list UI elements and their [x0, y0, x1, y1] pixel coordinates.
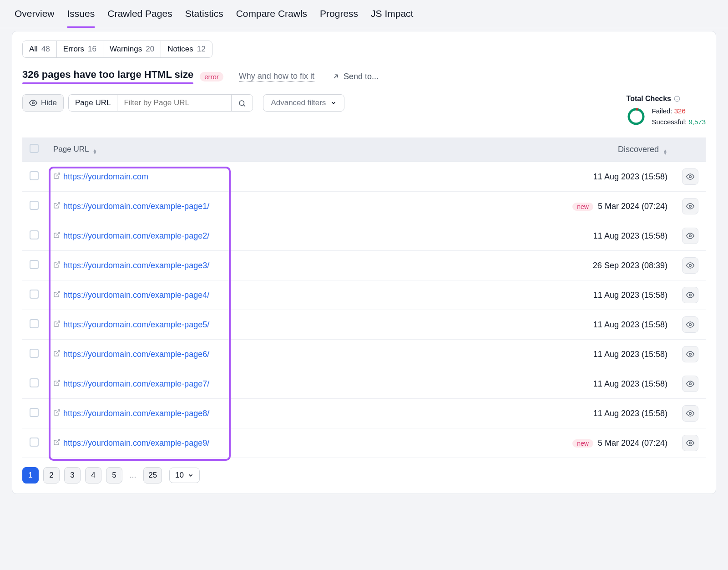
svg-point-0: [32, 102, 35, 104]
external-link-icon[interactable]: [53, 438, 61, 446]
page-url-link[interactable]: https://yourdomain.com/example-page6/: [63, 350, 209, 359]
hide-button[interactable]: Hide: [22, 94, 64, 112]
external-link-icon[interactable]: [53, 202, 61, 209]
page-url-link[interactable]: https://yourdomain.com/example-page4/: [63, 290, 209, 300]
new-badge: new: [572, 203, 593, 211]
svg-point-13: [689, 235, 692, 237]
filter-all-label: All: [29, 45, 38, 54]
url-filter-input[interactable]: [117, 95, 231, 111]
discovered-date: 11 Aug 2023 (15:58): [593, 379, 667, 388]
svg-point-9: [689, 176, 692, 178]
hide-label: Hide: [41, 98, 57, 107]
search-button[interactable]: [231, 95, 253, 111]
tab-overview[interactable]: Overview: [15, 8, 55, 28]
page-url-link[interactable]: https://yourdomain.com/example-page5/: [63, 320, 209, 329]
sort-icon: ▲▼: [663, 149, 667, 155]
page-url-link[interactable]: https://yourdomain.com/example-page1/: [63, 202, 209, 211]
svg-line-26: [56, 439, 60, 443]
table-row: https://yourdomain.com/example-page7/11 …: [22, 369, 706, 399]
row-checkbox[interactable]: [30, 319, 39, 328]
pagination: 12345...2510: [22, 467, 706, 483]
external-link-icon[interactable]: [53, 350, 61, 357]
filter-warnings-count: 20: [146, 45, 154, 54]
page-url-link[interactable]: https://yourdomain.com/example-page8/: [63, 409, 209, 418]
filter-all[interactable]: All 48: [23, 41, 57, 57]
external-link-icon[interactable]: [53, 379, 61, 387]
page-url-link[interactable]: https://yourdomain.com: [63, 172, 148, 181]
tab-compare-crawls[interactable]: Compare Crawls: [236, 8, 307, 28]
row-checkbox[interactable]: [30, 230, 39, 239]
filter-warnings[interactable]: Warnings 20: [103, 41, 161, 57]
row-checkbox[interactable]: [30, 260, 39, 269]
issues-card: All 48 Errors 16 Warnings 20 Notices 12 …: [12, 31, 716, 494]
svg-point-21: [689, 353, 692, 356]
filter-errors-label: Errors: [63, 45, 84, 54]
row-checkbox[interactable]: [30, 290, 39, 299]
view-button[interactable]: [682, 257, 698, 274]
filter-notices[interactable]: Notices 12: [161, 41, 212, 57]
why-fix-link[interactable]: Why and how to fix it: [239, 71, 314, 81]
external-link-icon[interactable]: [53, 172, 61, 179]
svg-point-15: [689, 265, 692, 267]
send-to-button[interactable]: Send to...: [332, 72, 379, 81]
page-5[interactable]: 5: [106, 467, 122, 483]
row-checkbox[interactable]: [30, 378, 39, 387]
view-button[interactable]: [682, 376, 698, 392]
external-link-icon[interactable]: [53, 261, 61, 268]
table-row: https://yourdomain.com/example-page6/11 …: [22, 340, 706, 369]
table-row: https://yourdomain.com/example-page8/11 …: [22, 399, 706, 428]
row-checkbox[interactable]: [30, 408, 39, 417]
external-link-icon[interactable]: [53, 320, 61, 327]
filter-errors-count: 16: [88, 45, 96, 54]
discovered-date: 11 Aug 2023 (15:58): [593, 409, 667, 418]
advanced-filters-button[interactable]: Advanced filters: [263, 94, 344, 112]
tab-issues[interactable]: Issues: [67, 8, 95, 28]
view-button[interactable]: [682, 346, 698, 362]
row-checkbox[interactable]: [30, 438, 39, 447]
tab-progress[interactable]: Progress: [320, 8, 358, 28]
tab-js-impact[interactable]: JS Impact: [371, 8, 413, 28]
discovered-date: 5 Mar 2024 (07:24): [598, 202, 667, 211]
select-all-checkbox[interactable]: [30, 144, 39, 153]
page-last[interactable]: 25: [143, 467, 162, 483]
external-link-icon[interactable]: [53, 290, 61, 298]
col-page-url[interactable]: Page URL ▲▼: [46, 137, 547, 162]
tab-crawled-pages[interactable]: Crawled Pages: [107, 8, 172, 28]
page-4[interactable]: 4: [85, 467, 101, 483]
tab-statistics[interactable]: Statistics: [185, 8, 223, 28]
view-button[interactable]: [682, 198, 698, 214]
view-button[interactable]: [682, 168, 698, 185]
page-url-link[interactable]: https://yourdomain.com/example-page9/: [63, 438, 209, 448]
table-row: https://yourdomain.com/example-page3/26 …: [22, 251, 706, 280]
page-url-link[interactable]: https://yourdomain.com/example-page3/: [63, 261, 209, 270]
svg-point-11: [689, 205, 692, 208]
page-size-selector[interactable]: 10: [169, 468, 200, 483]
page-1[interactable]: 1: [22, 467, 39, 483]
view-button[interactable]: [682, 287, 698, 303]
page-url-link[interactable]: https://yourdomain.com/example-page7/: [63, 379, 209, 388]
row-checkbox[interactable]: [30, 171, 39, 180]
svg-line-14: [56, 262, 60, 265]
info-icon[interactable]: [674, 96, 680, 102]
page-3[interactable]: 3: [64, 467, 81, 483]
view-button[interactable]: [682, 405, 698, 422]
svg-line-12: [56, 232, 60, 235]
filter-errors[interactable]: Errors 16: [57, 41, 103, 57]
table-row: https://yourdomain.com/example-page5/11 …: [22, 310, 706, 340]
search-icon: [238, 99, 246, 107]
view-button[interactable]: [682, 228, 698, 244]
col-discovered[interactable]: Discovered ▲▼: [547, 137, 675, 162]
new-badge: new: [572, 439, 593, 448]
page-url-link[interactable]: https://yourdomain.com/example-page2/: [63, 231, 209, 240]
row-checkbox[interactable]: [30, 201, 39, 210]
view-button[interactable]: [682, 435, 698, 451]
total-checks: Total Checks Failed: 326 Successful: 9,5…: [627, 94, 706, 127]
view-button[interactable]: [682, 316, 698, 333]
filter-notices-count: 12: [197, 45, 206, 54]
advanced-filters-label: Advanced filters: [271, 98, 326, 107]
page-2[interactable]: 2: [43, 467, 60, 483]
external-link-icon[interactable]: [53, 409, 61, 416]
row-checkbox[interactable]: [30, 349, 39, 358]
external-link-icon[interactable]: [53, 231, 61, 239]
table-wrapper: Page URL ▲▼ Discovered ▲▼ https://yourdo…: [22, 137, 706, 458]
